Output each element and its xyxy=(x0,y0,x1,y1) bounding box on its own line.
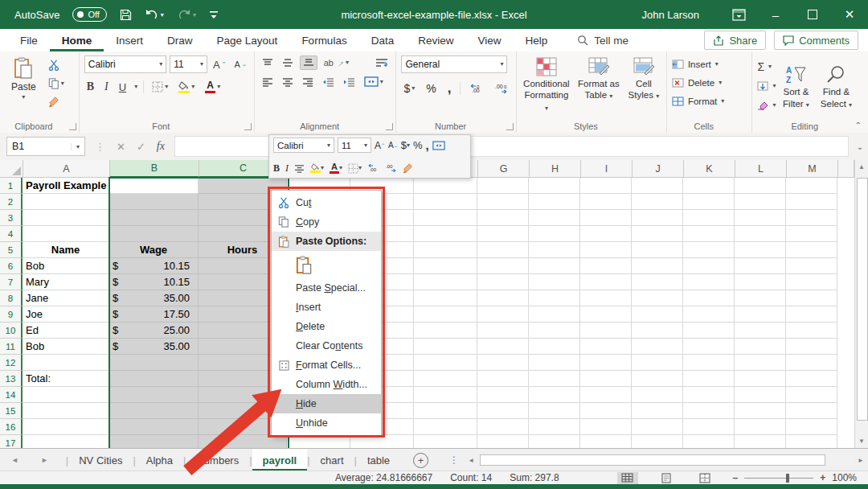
page-layout-view-button[interactable] xyxy=(656,472,677,484)
align-left-button[interactable] xyxy=(260,76,276,88)
sheet-tab-table[interactable]: table xyxy=(357,449,400,471)
merge-center-button[interactable]: ▾ xyxy=(362,75,386,88)
zoom-out-button[interactable]: – xyxy=(733,472,739,483)
horizontal-scroll-track[interactable] xyxy=(478,454,854,466)
col-header-L[interactable]: L xyxy=(735,160,787,178)
cell-B17[interactable] xyxy=(109,435,199,448)
cell-K13[interactable] xyxy=(683,371,735,387)
format-cells-button[interactable]: Format ▾ xyxy=(672,93,747,109)
normal-view-button[interactable] xyxy=(617,472,638,484)
mini-decrease-decimal-button[interactable]: .00 xyxy=(385,161,397,175)
cell-K1[interactable] xyxy=(683,178,735,194)
mini-font-name-select[interactable]: Calibri ▾ xyxy=(273,138,334,153)
ribbon-display-options-button[interactable] xyxy=(720,0,757,29)
cell-M14[interactable] xyxy=(786,387,837,403)
cell-I17[interactable] xyxy=(580,435,632,448)
cell-J6[interactable] xyxy=(632,258,683,274)
col-header-K[interactable]: K xyxy=(684,160,735,178)
delete-cells-button[interactable]: Delete ▾ xyxy=(672,75,747,91)
cell-H10[interactable] xyxy=(529,323,580,339)
cut-button[interactable] xyxy=(46,58,67,72)
cell-A15[interactable] xyxy=(23,403,109,419)
cell-J2[interactable] xyxy=(632,194,683,210)
scroll-down-icon[interactable]: ▼ xyxy=(855,434,868,448)
cell-K9[interactable] xyxy=(683,306,735,323)
cell-L16[interactable] xyxy=(735,419,786,435)
font-color-button[interactable]: A ▾ xyxy=(203,79,223,95)
context-menu-item-paste-options[interactable]: Paste Options: xyxy=(272,232,381,251)
cell-B9[interactable]: $17.50 xyxy=(109,306,199,323)
mini-accounting-button[interactable]: $▾ xyxy=(401,138,410,153)
tab-formulas[interactable]: Formulas xyxy=(289,29,358,51)
row-header-2[interactable]: 2 xyxy=(0,194,23,210)
tell-me-box[interactable]: Tell me xyxy=(577,35,628,47)
cell-I15[interactable] xyxy=(580,403,632,419)
horizontal-scroll-thumb[interactable] xyxy=(480,454,825,466)
cell-J7[interactable] xyxy=(632,274,683,290)
cell-A17[interactable] xyxy=(23,435,109,448)
font-size-select[interactable]: 11 ▾ xyxy=(170,55,207,73)
cell-L15[interactable] xyxy=(735,403,786,419)
cell-I4[interactable] xyxy=(580,226,632,242)
cell-F5[interactable] xyxy=(414,242,477,258)
row-header-13[interactable]: 13 xyxy=(0,371,23,387)
tab-bar-options-icon[interactable]: ⋮ xyxy=(449,454,459,466)
cell-K8[interactable] xyxy=(683,290,735,306)
cell-F10[interactable] xyxy=(414,323,477,339)
cell-L1[interactable] xyxy=(735,178,786,194)
cell-H13[interactable] xyxy=(529,371,580,387)
cell-I5[interactable] xyxy=(580,242,632,258)
cell-F1[interactable] xyxy=(414,178,477,194)
vertical-scroll-thumb[interactable] xyxy=(857,178,868,421)
decrease-font-button[interactable]: A⌄ xyxy=(232,58,249,71)
row-header-10[interactable]: 10 xyxy=(0,323,23,339)
align-middle-button[interactable] xyxy=(280,56,296,69)
cell-B8[interactable]: $35.00 xyxy=(109,290,199,306)
cell-A6[interactable]: Bob xyxy=(23,258,109,274)
copy-button[interactable]: ▾ xyxy=(46,76,67,91)
cell-F13[interactable] xyxy=(414,371,477,387)
cell-G8[interactable] xyxy=(477,290,529,306)
cancel-button[interactable]: ✕ xyxy=(117,141,125,153)
bold-button[interactable]: B xyxy=(84,79,96,95)
enter-button[interactable]: ✓ xyxy=(137,141,145,153)
cell-I6[interactable] xyxy=(580,258,632,274)
cell-H1[interactable] xyxy=(529,178,580,194)
mini-italic-button[interactable]: I xyxy=(285,161,289,175)
col-header-M[interactable]: M xyxy=(787,160,838,178)
row-header-16[interactable]: 16 xyxy=(0,419,23,435)
cell-K10[interactable] xyxy=(683,323,735,339)
context-menu-item-cut[interactable]: Cut xyxy=(272,193,381,212)
cell-styles-button[interactable]: Cell Styles ▾ xyxy=(626,57,661,101)
mini-format-painter-button[interactable] xyxy=(403,161,413,175)
cell-J14[interactable] xyxy=(632,387,683,403)
cell-B13[interactable] xyxy=(109,371,199,387)
sheet-tab-chart[interactable]: chart xyxy=(310,449,354,471)
cell-J9[interactable] xyxy=(632,306,683,323)
close-button[interactable]: ✕ xyxy=(831,0,868,29)
context-menu-item-insert[interactable]: Insert xyxy=(272,298,381,317)
sheet-tab-payroll[interactable]: payroll xyxy=(252,449,308,471)
col-header-A[interactable]: A xyxy=(23,160,110,178)
cell-I14[interactable] xyxy=(580,387,632,403)
cell-F2[interactable] xyxy=(414,194,477,210)
align-right-button[interactable] xyxy=(300,76,316,88)
cell-E17[interactable] xyxy=(350,435,414,448)
tab-draw[interactable]: Draw xyxy=(155,29,205,51)
row-header-3[interactable]: 3 xyxy=(0,210,23,226)
cell-G9[interactable] xyxy=(477,306,529,323)
share-button[interactable]: Share xyxy=(704,31,766,50)
scroll-up-icon[interactable]: ▲ xyxy=(855,160,868,174)
cell-H16[interactable] xyxy=(529,419,580,435)
cell-H11[interactable] xyxy=(529,339,580,355)
row-header-4[interactable]: 4 xyxy=(0,226,23,242)
row-header-1[interactable]: 1 xyxy=(0,178,23,194)
cell-M12[interactable] xyxy=(786,355,837,371)
sheet-tab-nv-cities[interactable]: NV Cities xyxy=(68,449,133,471)
cell-J13[interactable] xyxy=(632,371,683,387)
cell-G7[interactable] xyxy=(477,274,529,290)
customize-quick-access-button[interactable] xyxy=(209,10,219,19)
insert-function-button[interactable]: fx xyxy=(157,140,165,153)
cell-M8[interactable] xyxy=(786,290,837,306)
tab-home[interactable]: Home xyxy=(50,29,104,51)
